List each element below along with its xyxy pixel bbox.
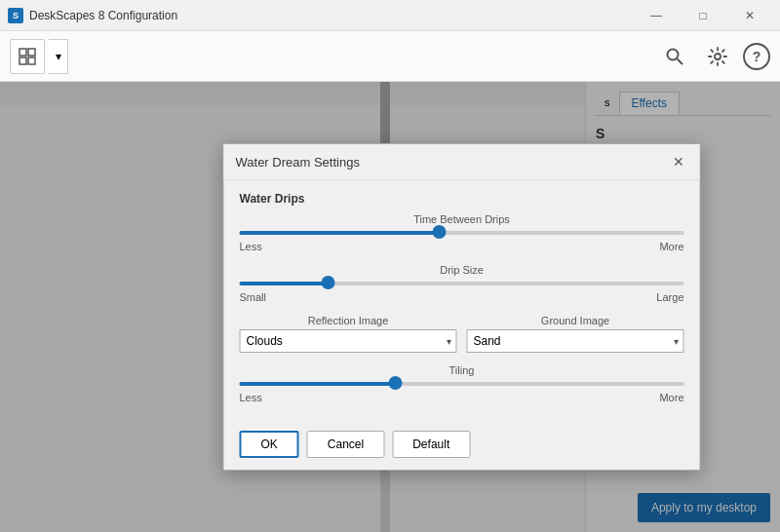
time-between-drips-container: Time Between Drips Less More (240, 213, 684, 252)
dialog-title: Water Dream Settings (236, 155, 360, 170)
reflection-image-group: Reflection Image Clouds Sand None ▾ (240, 315, 457, 353)
svg-rect-3 (28, 57, 35, 64)
drip-size-label: Drip Size (240, 264, 684, 276)
dropdown-arrow-icon: ▾ (56, 50, 61, 63)
time-between-drips-track[interactable] (240, 231, 684, 235)
window-title: DeskScapes 8 Configuration (29, 9, 177, 22)
time-between-drips-minmax: Less More (240, 241, 684, 252)
title-bar-left: S DeskScapes 8 Configuration (8, 8, 177, 23)
tiling-track[interactable] (240, 382, 684, 386)
window-controls: — □ ✕ (634, 0, 772, 31)
dialog-titlebar: Water Dream Settings ✕ (224, 144, 700, 180)
image-dropdowns-row: Reflection Image Clouds Sand None ▾ Grou… (240, 315, 684, 353)
app-icon: S (8, 8, 23, 23)
tiling-fill (240, 382, 396, 386)
ground-image-dropdown-wrapper: Sand Clouds None ▾ (467, 329, 684, 353)
settings-button[interactable] (700, 39, 735, 74)
view-dropdown-button[interactable]: ▾ (49, 39, 68, 74)
toolbar-left: ▾ (10, 39, 68, 74)
water-drips-section-title: Water Drips (240, 192, 684, 206)
ok-button[interactable]: OK (240, 431, 299, 458)
help-button[interactable]: ? (743, 43, 770, 70)
search-button[interactable] (657, 39, 692, 74)
time-between-drips-fill (240, 231, 440, 235)
drip-size-minmax: Small Large (240, 291, 684, 303)
search-icon (665, 47, 684, 66)
drip-size-container: Drip Size Small Large (240, 264, 684, 303)
svg-point-6 (715, 54, 721, 59)
dialog-buttons: OK Cancel Default (224, 423, 700, 470)
grid-view-icon (19, 48, 36, 65)
svg-rect-1 (28, 49, 35, 56)
reflection-image-label: Reflection Image (240, 315, 457, 326)
water-dream-dialog: Water Dream Settings ✕ Water Drips Time … (223, 143, 701, 471)
ground-image-label: Ground Image (467, 315, 684, 326)
dialog-body: Water Drips Time Between Drips Less More… (224, 180, 700, 423)
time-between-drips-thumb[interactable] (433, 225, 447, 239)
toolbar: ▾ ? (0, 31, 780, 82)
toolbar-right: ? (657, 39, 770, 74)
tiling-label: Tiling (240, 364, 684, 376)
drip-size-max-label: Large (656, 291, 683, 303)
ground-image-group: Ground Image Sand Clouds None ▾ (467, 315, 684, 353)
reflection-image-dropdown-wrapper: Clouds Sand None ▾ (240, 329, 457, 353)
svg-line-5 (678, 58, 683, 64)
svg-point-4 (668, 49, 679, 59)
tiling-minmax: Less More (240, 392, 684, 403)
title-bar: S DeskScapes 8 Configuration — □ ✕ (0, 0, 780, 31)
close-button[interactable]: ✕ (727, 0, 772, 31)
reflection-image-select[interactable]: Clouds Sand None (240, 329, 457, 353)
drip-size-thumb[interactable] (322, 276, 335, 289)
view-toggle-button[interactable] (10, 39, 45, 74)
tiling-max-label: More (659, 392, 683, 403)
tiling-min-label: Less (240, 392, 262, 403)
drip-size-track[interactable] (240, 282, 684, 285)
gear-icon (708, 47, 727, 66)
drip-size-fill (240, 282, 329, 285)
time-between-drips-label: Time Between Drips (240, 213, 684, 225)
tiling-thumb[interactable] (388, 376, 402, 390)
maximize-button[interactable]: □ (681, 0, 725, 31)
main-content: s Effects S settings in the open Apply t… (0, 82, 780, 532)
time-max-label: More (659, 241, 683, 252)
default-button[interactable]: Default (392, 431, 470, 458)
svg-rect-0 (20, 49, 26, 56)
tiling-container: Tiling Less More (240, 364, 684, 403)
time-min-label: Less (240, 241, 262, 252)
minimize-button[interactable]: — (634, 0, 679, 31)
dialog-close-button[interactable]: ✕ (669, 152, 688, 171)
svg-rect-2 (20, 57, 26, 64)
ground-image-select[interactable]: Sand Clouds None (467, 329, 684, 353)
cancel-button[interactable]: Cancel (307, 431, 384, 458)
drip-size-min-label: Small (240, 291, 267, 303)
